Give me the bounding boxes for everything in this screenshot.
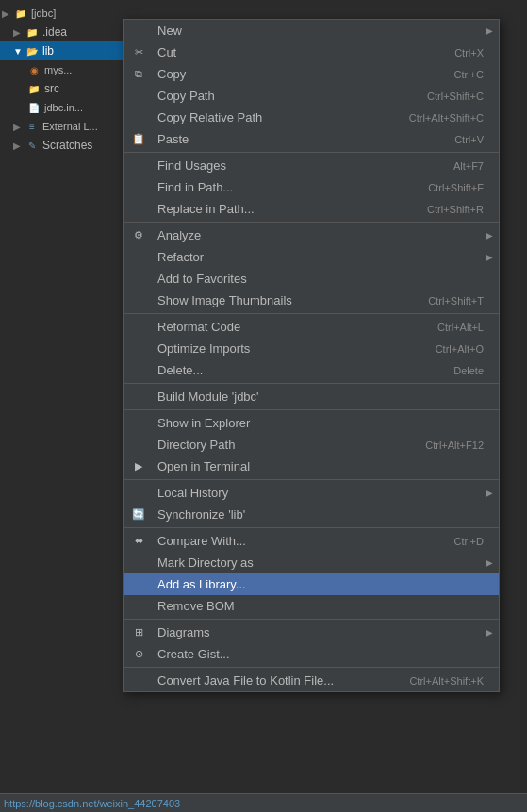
optimize-shortcut: Ctrl+Alt+O bbox=[436, 343, 484, 355]
expand-arrow: ▶ bbox=[13, 122, 23, 131]
menu-item-refactor[interactable]: Refactor▶ bbox=[124, 246, 499, 268]
compare-with-shortcut: Ctrl+D bbox=[454, 536, 484, 547]
optimize-label: Optimize Imports bbox=[157, 341, 417, 356]
menu-item-convert-kotlin[interactable]: Convert Java File to Kotlin File...Ctrl+… bbox=[124, 670, 499, 691]
menu-separator bbox=[124, 409, 499, 410]
tree-item-idea[interactable]: ▶ 📁 .idea bbox=[0, 23, 127, 41]
menu-item-directory-path[interactable]: Directory PathCtrl+Alt+F12 bbox=[124, 434, 499, 456]
context-menu: New▶✂CutCtrl+X⧉CopyCtrl+CCopy PathCtrl+S… bbox=[123, 19, 500, 692]
menu-item-find-usages[interactable]: Find UsagesAlt+F7 bbox=[124, 155, 499, 176]
remove-bom-label: Remove BOM bbox=[157, 599, 484, 613]
diagrams-label: Diagrams bbox=[157, 625, 484, 639]
analyze-submenu-arrow: ▶ bbox=[486, 230, 493, 240]
menu-item-build-module[interactable]: Build Module 'jdbc' bbox=[124, 386, 499, 407]
menu-item-copy[interactable]: ⧉CopyCtrl+C bbox=[124, 63, 499, 85]
show-thumbnails-shortcut: Ctrl+Shift+T bbox=[428, 295, 484, 307]
tree-item-scratches[interactable]: ▶ ✎ Scratches bbox=[0, 136, 127, 155]
analyze-icon: ⚙ bbox=[131, 228, 146, 243]
cut-shortcut: Ctrl+X bbox=[454, 47, 484, 58]
open-terminal-icon: ▶ bbox=[131, 459, 146, 474]
expand-arrow: ▶ bbox=[13, 141, 23, 150]
paste-icon: 📋 bbox=[131, 132, 146, 147]
tree-item-jdbcin[interactable]: 📄 jdbc.in... bbox=[0, 98, 127, 117]
replace-in-path-label: Replace in Path... bbox=[157, 202, 408, 216]
menu-item-delete[interactable]: Delete...Delete bbox=[124, 359, 499, 381]
tree-item-jdbc[interactable]: ▶ 📁 [jdbc] bbox=[0, 4, 127, 23]
copy-shortcut: Ctrl+C bbox=[454, 69, 484, 80]
copy-relative-path-shortcut: Ctrl+Alt+Shift+C bbox=[409, 112, 484, 124]
mark-directory-submenu-arrow: ▶ bbox=[486, 557, 493, 568]
menu-item-mark-directory[interactable]: Mark Directory as▶ bbox=[124, 552, 499, 573]
tree-item-mysql[interactable]: ◉ mys... bbox=[0, 60, 127, 79]
menu-item-analyze[interactable]: ⚙Analyze▶ bbox=[124, 224, 499, 246]
tree-item-src[interactable]: 📁 src bbox=[0, 79, 127, 98]
menu-item-cut[interactable]: ✂CutCtrl+X bbox=[124, 41, 499, 63]
mark-directory-label: Mark Directory as bbox=[157, 555, 484, 570]
menu-separator bbox=[124, 527, 499, 528]
copy-relative-path-label: Copy Relative Path bbox=[157, 110, 390, 124]
menu-item-open-terminal[interactable]: ▶Open in Terminal bbox=[124, 456, 499, 477]
menu-separator bbox=[124, 383, 499, 384]
analyze-label: Analyze bbox=[157, 228, 484, 242]
delete-label: Delete... bbox=[157, 363, 435, 377]
menu-item-replace-in-path[interactable]: Replace in Path...Ctrl+Shift+R bbox=[124, 198, 499, 220]
menu-separator bbox=[124, 479, 499, 480]
menu-separator bbox=[124, 619, 499, 620]
diagrams-icon: ⊞ bbox=[131, 625, 146, 640]
find-in-path-label: Find in Path... bbox=[157, 180, 409, 194]
show-explorer-label: Show in Explorer bbox=[157, 416, 484, 430]
refactor-submenu-arrow: ▶ bbox=[486, 252, 493, 262]
local-history-submenu-arrow: ▶ bbox=[486, 488, 493, 498]
refactor-label: Refactor bbox=[157, 250, 484, 264]
compare-with-icon: ⬌ bbox=[131, 534, 146, 549]
tree-item-external[interactable]: ▶ ≡ External L... bbox=[0, 117, 127, 136]
menu-item-add-favorites[interactable]: Add to Favorites bbox=[124, 268, 499, 290]
copy-path-shortcut: Ctrl+Shift+C bbox=[427, 91, 484, 102]
tree-item-lib[interactable]: ▼ 📂 lib bbox=[0, 41, 127, 60]
tree-item-label: lib bbox=[42, 44, 54, 58]
build-module-label: Build Module 'jdbc' bbox=[157, 389, 484, 404]
menu-item-remove-bom[interactable]: Remove BOM bbox=[124, 595, 499, 617]
tree-item-label: Scratches bbox=[42, 139, 92, 152]
copy-path-label: Copy Path bbox=[157, 89, 408, 103]
file-icon: 📄 bbox=[26, 100, 41, 115]
tree-item-label: [jdbc] bbox=[31, 8, 56, 19]
synchronize-label: Synchronize 'lib' bbox=[157, 507, 484, 522]
add-favorites-label: Add to Favorites bbox=[157, 272, 484, 286]
menu-item-local-history[interactable]: Local History▶ bbox=[124, 482, 499, 504]
menu-item-create-gist[interactable]: ⊙Create Gist... bbox=[124, 643, 499, 665]
menu-item-optimize[interactable]: Optimize ImportsCtrl+Alt+O bbox=[124, 338, 499, 359]
menu-item-new[interactable]: New▶ bbox=[124, 20, 499, 41]
menu-item-show-thumbnails[interactable]: Show Image ThumbnailsCtrl+Shift+T bbox=[124, 290, 499, 311]
new-label: New bbox=[157, 24, 484, 38]
expand-arrow: ▼ bbox=[13, 46, 23, 56]
new-submenu-arrow: ▶ bbox=[486, 25, 493, 36]
delete-shortcut: Delete bbox=[453, 365, 484, 376]
cut-icon: ✂ bbox=[131, 45, 146, 60]
open-terminal-label: Open in Terminal bbox=[157, 459, 484, 473]
menu-item-add-library[interactable]: Add as Library... bbox=[124, 573, 499, 595]
directory-path-label: Directory Path bbox=[157, 438, 406, 452]
show-thumbnails-label: Show Image Thumbnails bbox=[157, 293, 409, 307]
menu-item-paste[interactable]: 📋PasteCtrl+V bbox=[124, 128, 499, 150]
menu-item-diagrams[interactable]: ⊞Diagrams▶ bbox=[124, 621, 499, 643]
add-library-label: Add as Library... bbox=[157, 577, 484, 591]
synchronize-icon: 🔄 bbox=[131, 507, 146, 522]
menu-item-copy-relative-path[interactable]: Copy Relative PathCtrl+Alt+Shift+C bbox=[124, 107, 499, 128]
menu-item-compare-with[interactable]: ⬌Compare With...Ctrl+D bbox=[124, 530, 499, 552]
menu-item-synchronize[interactable]: 🔄Synchronize 'lib' bbox=[124, 504, 499, 525]
diagrams-submenu-arrow: ▶ bbox=[486, 627, 493, 638]
copy-label: Copy bbox=[157, 67, 436, 81]
cut-label: Cut bbox=[157, 45, 436, 59]
menu-item-find-in-path[interactable]: Find in Path...Ctrl+Shift+F bbox=[124, 176, 499, 198]
folder-icon: 📁 bbox=[26, 81, 41, 96]
convert-kotlin-label: Convert Java File to Kotlin File... bbox=[157, 673, 390, 688]
menu-item-reformat[interactable]: Reformat CodeCtrl+Alt+L bbox=[124, 316, 499, 338]
menu-item-show-explorer[interactable]: Show in Explorer bbox=[124, 412, 499, 434]
menu-item-copy-path[interactable]: Copy PathCtrl+Shift+C bbox=[124, 85, 499, 107]
folder-icon: 📁 bbox=[25, 25, 40, 40]
directory-path-shortcut: Ctrl+Alt+F12 bbox=[425, 439, 484, 451]
find-usages-shortcut: Alt+F7 bbox=[453, 160, 484, 172]
tree-item-label: External L... bbox=[42, 121, 98, 132]
find-usages-label: Find Usages bbox=[157, 158, 435, 173]
